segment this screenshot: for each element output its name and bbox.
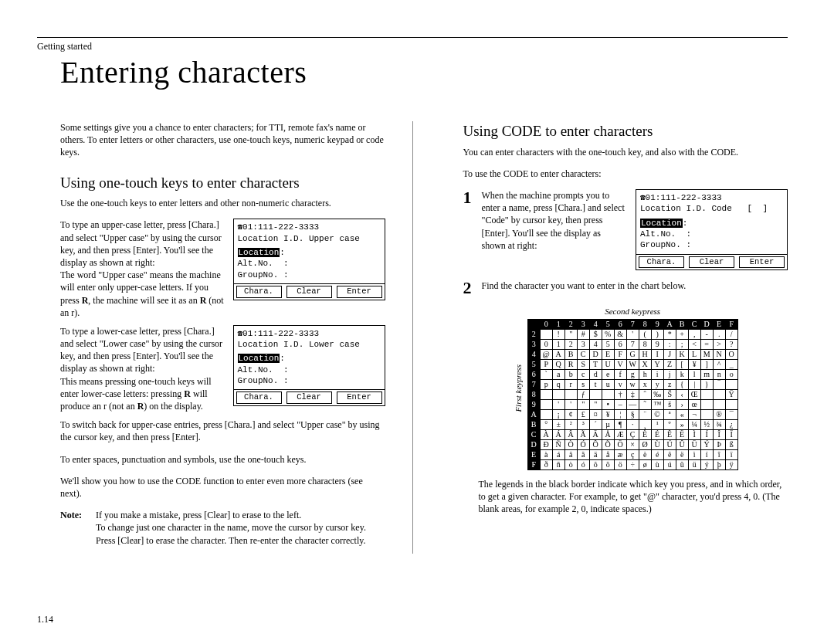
paragraph: To switch back for upper-case entries, p…	[37, 419, 385, 443]
lcd-display-code: ☎01:111-222-3333 Location I.D. Code [ ] …	[636, 189, 788, 270]
section-heading-code: Using CODE to enter characters	[440, 121, 788, 141]
lcd-softkey: Clear	[286, 391, 332, 404]
step-number: 1	[463, 189, 476, 206]
paragraph: To enter spaces, punctuation and symbols…	[37, 453, 385, 466]
chart-axis-label: Second keypress	[527, 306, 738, 317]
section-heading-onetouch: Using one-touch keys to enter characters	[37, 173, 385, 193]
paragraph: We'll show you how to use the CODE funct…	[37, 475, 385, 500]
paragraph: To type an upper-case letter, press [Cha…	[60, 219, 222, 268]
step-number: 2	[463, 280, 476, 297]
paragraph: This means pressing one-touch keys will …	[60, 376, 212, 412]
chart-axis-label: First keypress	[513, 364, 524, 412]
intro-text: Some settings give you a chance to enter…	[37, 121, 385, 159]
lcd-display-lower: ☎01:111-222-3333 Location I.D. Lower cas…	[233, 325, 385, 406]
lcd-softkey: Enter	[337, 391, 382, 404]
page-number: 1.14	[37, 614, 53, 625]
chart-legend-text: The legends in the black border indicate…	[440, 478, 788, 516]
breadcrumb: Getting started	[37, 41, 788, 53]
paragraph: To use the CODE to enter characters:	[440, 168, 788, 180]
lcd-softkey: Clear	[286, 286, 332, 298]
lcd-softkey: Chara.	[236, 286, 282, 298]
paragraph: The word "Upper case" means the machine …	[60, 269, 224, 318]
page-title: Entering characters	[60, 54, 788, 90]
note-label: Note:	[60, 509, 90, 547]
paragraph: Use the one-touch keys to enter letters …	[37, 197, 385, 209]
step-text: When the machine prompts you to enter a …	[482, 189, 627, 252]
lcd-display-upper: ☎01:111-222-3333 Location I.D. Upper cas…	[233, 219, 385, 300]
paragraph: To type a lower-case letter, press [Char…	[60, 326, 222, 375]
code-chart: First keypress Second keypress 012345678…	[463, 306, 788, 470]
lcd-softkey: Clear	[689, 256, 734, 269]
note-body: If you make a mistake, press [Clear] to …	[96, 509, 385, 547]
step-text: Find the character you want to enter in …	[482, 280, 788, 292]
lcd-softkey: Enter	[337, 286, 382, 298]
lcd-softkey: Enter	[739, 256, 785, 269]
paragraph: You can enter characters with the one-to…	[440, 146, 788, 158]
lcd-softkey: Chara.	[236, 391, 282, 404]
lcd-softkey: Chara.	[639, 256, 684, 269]
